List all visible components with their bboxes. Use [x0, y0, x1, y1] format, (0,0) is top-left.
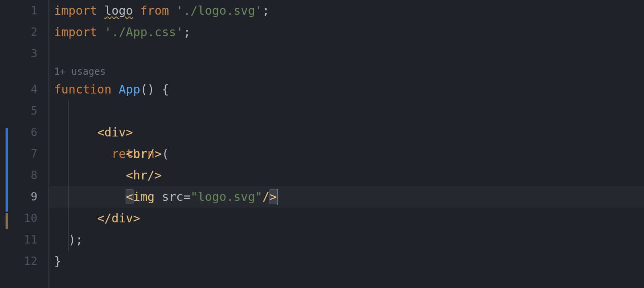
paren-open: (	[162, 147, 169, 161]
keyword-import: import	[54, 25, 97, 39]
code-line[interactable]: import './App.css';	[48, 21, 644, 43]
jsx-tag-open-bracket: <	[126, 190, 133, 204]
change-marker-modified-2	[6, 213, 8, 229]
code-line-current[interactable]: <img src="logo.svg"/>	[48, 186, 644, 208]
brace-close: }	[54, 254, 61, 268]
semicolon: ;	[76, 233, 83, 247]
brace-open: {	[162, 82, 169, 96]
equals: =	[183, 190, 190, 204]
code-line[interactable]: }	[48, 251, 644, 272]
parens: ()	[140, 82, 155, 96]
line-number-gutter[interactable]: 1 2 3 . 4 5 6 7 8 9 10 11 12	[0, 0, 48, 288]
text-caret	[277, 189, 277, 205]
code-line[interactable]: function App() {	[48, 79, 644, 100]
jsx-tag-br: <br/>	[126, 147, 162, 161]
code-line[interactable]: <hr/>	[48, 165, 644, 186]
jsx-attr-value: "logo.svg"	[190, 190, 262, 204]
gutter-change-markers	[0, 0, 12, 288]
keyword-from: from	[140, 4, 169, 18]
function-name: App	[119, 82, 140, 96]
code-line[interactable]	[48, 43, 644, 64]
paren-close: )	[68, 233, 76, 247]
jsx-tag-close: />	[262, 190, 277, 204]
string-path: './logo.svg'	[176, 4, 262, 18]
code-line[interactable]: <br/>	[48, 143, 644, 165]
semicolon: ;	[262, 4, 270, 18]
change-marker-modified	[6, 128, 8, 212]
code-vision-usages[interactable]: 1+ usages	[48, 64, 644, 79]
code-line[interactable]: <div>	[48, 122, 644, 143]
jsx-tag-hr: <hr/>	[126, 168, 162, 182]
jsx-attr-src: src	[162, 190, 183, 204]
code-line[interactable]: </div>	[48, 208, 644, 229]
jsx-tag-img: img	[133, 190, 155, 204]
identifier-logo: logo	[104, 4, 133, 18]
code-area[interactable]: import logo from './logo.svg'; import '.…	[48, 0, 644, 288]
code-editor[interactable]: 1 2 3 . 4 5 6 7 8 9 10 11 12 import logo…	[0, 0, 644, 288]
jsx-tag-div-open: <div>	[97, 125, 133, 139]
string-path: './App.css'	[104, 25, 183, 39]
code-line[interactable]: return (	[48, 100, 644, 122]
jsx-tag-div-close: </div>	[97, 211, 140, 225]
keyword-function: function	[54, 82, 112, 96]
code-line[interactable]: );	[48, 229, 644, 251]
semicolon: ;	[183, 25, 190, 39]
code-line[interactable]: import logo from './logo.svg';	[48, 0, 644, 21]
keyword-import: import	[54, 4, 97, 18]
